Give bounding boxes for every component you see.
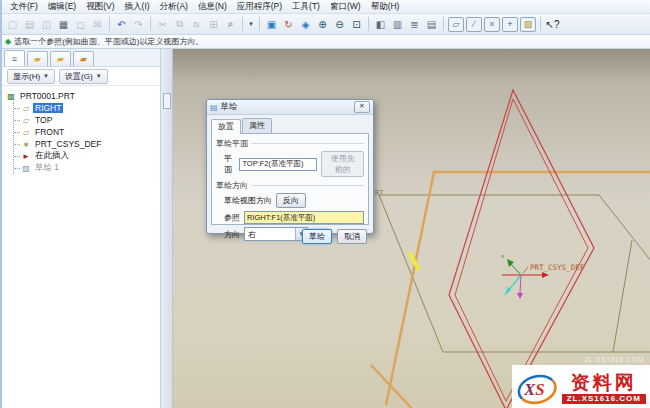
flip-button[interactable]: 反向	[276, 193, 306, 208]
tree-settings-menu-button[interactable]: 设置(G) ▼	[59, 69, 108, 84]
menu-item[interactable]: 编辑(E)	[43, 0, 81, 14]
print-icon[interactable]: ▦	[56, 17, 71, 32]
datum-planes-toggle-icon[interactable]: ▱	[448, 17, 464, 32]
menu-item[interactable]: 帮助(H)	[366, 0, 405, 14]
watermark-url-small: ZL.XS1616.COM	[584, 356, 644, 363]
tree-item[interactable]: ∗PRT_CSYS_DEF	[14, 138, 160, 150]
watermark-url: ZL.XS1616.COM	[562, 394, 646, 404]
plane-label: 平面	[224, 153, 235, 175]
menu-item[interactable]: 窗口(W)	[325, 0, 366, 14]
tree-show-menu-button[interactable]: 显示(H) ▼	[7, 69, 55, 84]
dialog-title-bar[interactable]: ▤ 草绘 ✕	[207, 100, 373, 115]
tree-item-label: 草绘 1	[33, 162, 61, 174]
repaint-icon[interactable]: ◧	[373, 17, 388, 32]
prompt-text: 选取一个参照(例如曲面、平面或边)以定义视图方向。	[14, 36, 203, 47]
menu-item[interactable]: 文件(F)	[5, 0, 43, 14]
paste-icon: ⧅	[189, 17, 204, 32]
csys-icon: ∗	[21, 140, 31, 149]
watermark-logo-icon: XS	[516, 369, 558, 407]
sketch-ok-button[interactable]: 草绘	[302, 229, 332, 244]
watermark-site-name: 资料网	[571, 373, 637, 392]
close-icon[interactable]: ✕	[354, 101, 370, 113]
sketch-icon: ▨	[21, 164, 31, 173]
panel-splitter[interactable]	[161, 49, 173, 408]
cut-icon: ✂	[155, 17, 170, 32]
chevron-down-icon: ▼	[96, 73, 102, 79]
tree-item-label: PRT0001.PRT	[18, 91, 77, 101]
tree-item-label: FRONT	[33, 127, 66, 137]
sketch-plane-group-label: 草绘平面	[216, 138, 364, 149]
navigator-tab-strip: ≡▰▰▰	[2, 49, 160, 67]
watermark-badge: XS 资料网 ZL.XS1616.COM	[512, 365, 650, 408]
paste-special-icon: ⊞	[206, 17, 221, 32]
menu-item[interactable]: 视图(V)	[81, 0, 119, 14]
menu-item[interactable]: 工具(T)	[287, 0, 325, 14]
sketch-plane-field[interactable]	[239, 158, 317, 171]
tab-properties[interactable]: 属性	[242, 118, 272, 133]
tree-item[interactable]: ►在此插入	[14, 150, 160, 162]
splitter-handle-icon[interactable]	[163, 93, 171, 109]
toolbar-separator	[259, 17, 260, 31]
application-window: 文件(F)编辑(E)视图(V)插入(I)分析(A)信息(N)应用程序(P)工具(…	[0, 0, 650, 408]
datum-plane-icon: ▱	[21, 128, 31, 137]
find-icon[interactable]: ⌕	[223, 17, 238, 32]
toolbar-separator	[242, 17, 243, 31]
open-file-icon: ▤	[22, 17, 37, 32]
datum-plane-outline	[379, 195, 650, 261]
datum-points-toggle-icon[interactable]: ×	[484, 17, 500, 32]
tree-item-label: RIGHT	[33, 103, 63, 113]
main-toolbar: ▢▤◫▦◻✉↶↷✂⧉⧅⊞⌕▾▣↻◈⊕⊖⊡◧▥≣▤▱∕×+▨↖?	[2, 14, 650, 35]
view-manager-icon[interactable]: ▤	[424, 17, 439, 32]
tree-root-item[interactable]: ▩PRT0001.PRT	[6, 90, 160, 102]
refit-icon[interactable]: ⊡	[349, 17, 364, 32]
saved-views-icon[interactable]: ▥	[390, 17, 405, 32]
dialog-icon: ▤	[210, 103, 218, 112]
layers-icon[interactable]: ≣	[407, 17, 422, 32]
cancel-button[interactable]: 取消	[337, 229, 367, 244]
dropdown-arrow-icon[interactable]: ▾	[247, 17, 255, 32]
dialog-tab-page: 草绘平面 平面 使用先前的 草绘方向 草绘视图方向 反向 参照 方向 右	[211, 133, 369, 225]
sketch-dialog: ▤ 草绘 ✕ 放置 属性 草绘平面 平面 使用先前的 草绘方向 草绘视图方向 反…	[206, 99, 374, 234]
use-previous-button: 使用先前的	[321, 151, 364, 177]
tab-placement[interactable]: 放置	[211, 119, 241, 134]
menu-item[interactable]: 应用程序(P)	[232, 0, 287, 14]
model-tree-tab[interactable]: ≡	[4, 50, 25, 66]
tree-item[interactable]: ▱RIGHT	[14, 102, 160, 114]
send-mail-icon: ✉	[90, 17, 105, 32]
orient-mode-icon[interactable]: ◈	[298, 17, 313, 32]
view-direction-label: 草绘视图方向	[224, 195, 272, 206]
menu-bar: 文件(F)编辑(E)视图(V)插入(I)分析(A)信息(N)应用程序(P)工具(…	[2, 0, 650, 14]
zoom-in-icon[interactable]: ⊕	[315, 17, 330, 32]
tree-item[interactable]: ▱FRONT	[14, 126, 160, 138]
datum-axes-toggle-icon[interactable]: ∕	[466, 17, 482, 32]
menu-item[interactable]: 分析(A)	[155, 0, 193, 14]
zoom-out-icon[interactable]: ⊖	[332, 17, 347, 32]
toolbar-separator	[540, 17, 541, 31]
redraw-view-icon[interactable]: ▣	[264, 17, 279, 32]
model-tree: ▩PRT0001.PRT▱RIGHT▱TOP▱FRONT∗PRT_CSYS_DE…	[2, 86, 160, 408]
tree-item[interactable]: ▱TOP	[14, 114, 160, 126]
datum-plane-outline	[379, 195, 650, 352]
folder-browser-tab[interactable]: ▰	[27, 51, 48, 66]
message-prompt-bar: ◆ 选取一个参照(例如曲面、平面或边)以定义视图方向。	[2, 35, 650, 49]
spin-center-icon[interactable]: ↻	[281, 17, 296, 32]
undo-icon[interactable]: ↶	[114, 17, 129, 32]
annotation-toggle-icon[interactable]: ▨	[520, 17, 536, 32]
svg-text:x: x	[501, 253, 504, 259]
chevron-down-icon: ▼	[43, 73, 49, 79]
insert-here-icon: ►	[21, 152, 31, 161]
orientation-dropdown[interactable]: 右 ▼	[244, 227, 308, 241]
reference-field[interactable]	[244, 211, 364, 224]
connections-tab[interactable]: ▰	[73, 51, 94, 66]
menu-item[interactable]: 信息(N)	[193, 0, 232, 14]
navigator-panel: ≡▰▰▰ 显示(H) ▼ 设置(G) ▼ ▩PRT0001.PRT▱RIGHT▱…	[2, 49, 161, 408]
datum-plane-icon: ▱	[21, 104, 31, 113]
menu-item[interactable]: 插入(I)	[120, 0, 155, 14]
copy-icon: ⧉	[172, 17, 187, 32]
datum-plane-tag-partial: RT	[375, 189, 384, 197]
favorites-tab[interactable]: ▰	[50, 51, 71, 66]
context-help-icon[interactable]: ↖?	[545, 17, 560, 32]
toolbar-separator	[109, 17, 110, 31]
csys-toggle-icon[interactable]: +	[502, 17, 518, 32]
tree-item[interactable]: ▨草绘 1	[14, 162, 160, 174]
